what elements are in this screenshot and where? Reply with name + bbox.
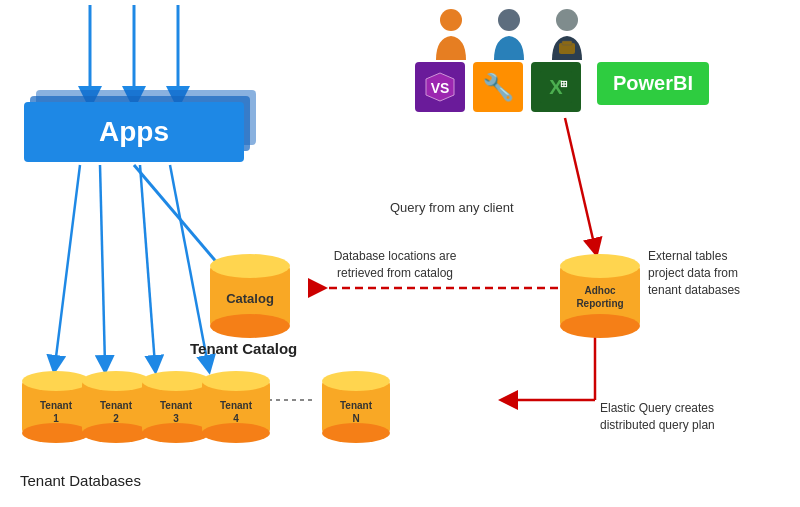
svg-line-10 [100,165,105,365]
apps-label: Apps [99,116,169,148]
svg-point-39 [202,423,270,443]
svg-line-13 [565,118,595,248]
svg-text:Reporting: Reporting [576,298,623,309]
query-from-client-label: Query from any client [390,200,514,215]
svg-point-19 [210,254,290,278]
svg-text:Tenant: Tenant [40,400,73,411]
tenant-catalog-label: Tenant Catalog [190,340,297,357]
svg-rect-51 [562,41,572,45]
tenant-db-label: Tenant Databases [20,472,141,489]
diagram: Apps Catalog Tenant Catalog Tenant Datab… [0,0,800,507]
svg-text:⊞: ⊞ [560,79,568,89]
tools-icon: 🔧 [473,62,523,112]
svg-text:3: 3 [173,413,179,424]
powerbi-badge: PowerBI [597,62,709,105]
person-icon-2 [488,8,530,64]
person-icon-3 [546,8,588,64]
svg-line-12 [170,165,208,365]
tenant-db-n: Tenant N [318,365,394,447]
external-tables-label: External tablesproject data fromtenant d… [648,248,788,298]
svg-point-59 [560,314,640,338]
svg-text:Tenant: Tenant [100,400,133,411]
svg-point-20 [210,314,290,338]
adhoc-reporting: Adhoc Reporting [555,248,645,342]
catalog-cylinder: Catalog [205,248,295,342]
apps-box: Apps [24,102,244,162]
svg-point-47 [440,9,462,31]
svg-point-43 [322,371,390,391]
svg-text:Tenant: Tenant [340,400,373,411]
svg-text:Catalog: Catalog [226,291,274,306]
svg-text:VS: VS [431,80,450,96]
svg-point-49 [556,9,578,31]
svg-text:N: N [352,413,359,424]
svg-line-9 [55,165,80,365]
svg-text:2: 2 [113,413,119,424]
visual-studio-icon: VS [415,62,465,112]
svg-text:1: 1 [53,413,59,424]
svg-point-48 [498,9,520,31]
svg-text:Tenant: Tenant [160,400,193,411]
svg-point-44 [322,423,390,443]
svg-text:4: 4 [233,413,239,424]
svg-point-58 [560,254,640,278]
svg-text:Tenant: Tenant [220,400,253,411]
catalog-svg: Catalog [205,248,295,338]
svg-point-38 [202,371,270,391]
elastic-query-label: Elastic Query createsdistributed query p… [600,400,760,434]
excel-icon: X ⊞ [531,62,581,112]
db-locations-label: Database locations areretrieved from cat… [330,248,460,282]
person-icon-1 [430,8,472,64]
tenant-db-4: Tenant 4 [198,365,274,447]
svg-line-11 [140,165,155,365]
svg-text:Adhoc: Adhoc [584,285,616,296]
